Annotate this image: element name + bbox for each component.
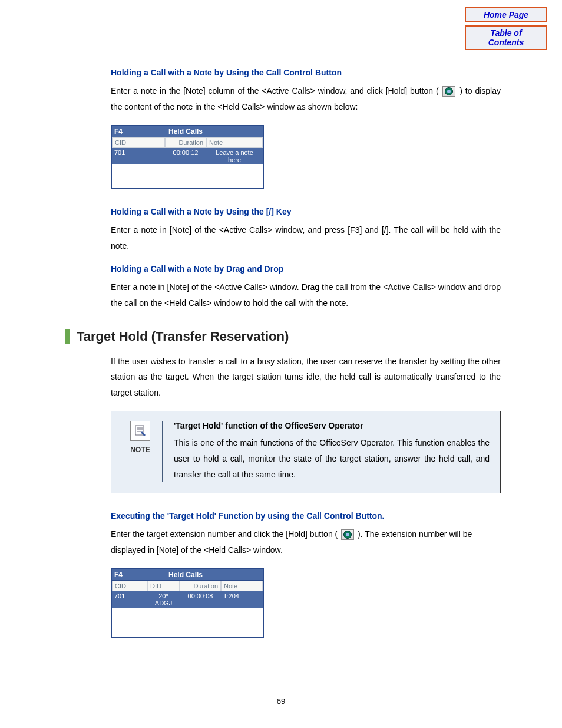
para-sec2: Enter a note in [Note] of the <Active Ca…: [111, 222, 501, 253]
held1-note: Leave a note here: [206, 148, 263, 164]
note-title: 'Target Hold' function of the OfficeServ…: [174, 421, 490, 430]
held-calls-window-1: F4 Held Calls CID Duration Note 701 00:0…: [111, 125, 264, 189]
held1-col-cid: CID: [112, 137, 165, 148]
para-sec4-before: Enter the target extension number and cl…: [111, 529, 338, 539]
held2-cid: 701: [112, 591, 147, 608]
held-calls-window-2: F4 Held Calls CID DID Duration Note 701 …: [111, 568, 264, 638]
held1-col-note: Note: [206, 137, 263, 148]
subheading-exec-target-hold: Executing the 'Target Hold' Function by …: [111, 511, 501, 521]
held2-col-dur: Duration: [180, 581, 221, 591]
held1-title: Held Calls: [123, 127, 249, 136]
para-sec4: Enter the target extension number and cl…: [111, 526, 501, 558]
held1-fkey: F4: [114, 127, 123, 136]
held2-col-cid: CID: [112, 581, 147, 591]
note-box: NOTE 'Target Hold' function of the Offic…: [111, 411, 501, 493]
note-label: NOTE: [130, 446, 150, 454]
heading-accent-bar: [65, 329, 70, 344]
note-icon: [130, 421, 150, 441]
home-page-button[interactable]: Home Page: [465, 7, 547, 22]
hold-icon: [442, 86, 455, 97]
held1-dur: 00:00:12: [165, 148, 206, 164]
subheading-hold-note-drag: Holding a Call with a Note by Drag and D…: [111, 264, 501, 274]
held1-col-dur: Duration: [165, 137, 206, 148]
held2-dur: 00:00:08: [180, 591, 221, 608]
held2-title: Held Calls: [123, 571, 249, 579]
page-number: 69: [0, 697, 562, 706]
held1-cid: 701: [112, 148, 165, 164]
page-title: Target Hold (Transfer Reservation): [77, 329, 289, 344]
para-main: If the user wishes to transfer a call to…: [111, 354, 501, 401]
toc-button[interactable]: Table of Contents: [465, 25, 547, 50]
para-sec1-before: Enter a note in the [Note] column of the…: [111, 86, 439, 95]
para-sec1: Enter a note in the [Note] column of the…: [111, 83, 501, 114]
held2-note: T:204: [221, 591, 263, 608]
note-body: This is one of the main functions of the…: [174, 435, 490, 482]
held2-col-note: Note: [221, 581, 263, 591]
held2-fkey: F4: [114, 571, 123, 579]
para-sec3: Enter a note in [Note] of the <Active Ca…: [111, 279, 501, 311]
held2-col-did: DID: [147, 581, 180, 591]
hold-icon: [341, 529, 354, 540]
subheading-hold-note-slash: Holding a Call with a Note by Using the …: [111, 207, 501, 216]
main-heading-row: Target Hold (Transfer Reservation): [65, 329, 501, 344]
subheading-hold-note-button: Holding a Call with a Note by Using the …: [111, 68, 501, 77]
held2-did: 20* ADGJ: [147, 591, 180, 608]
